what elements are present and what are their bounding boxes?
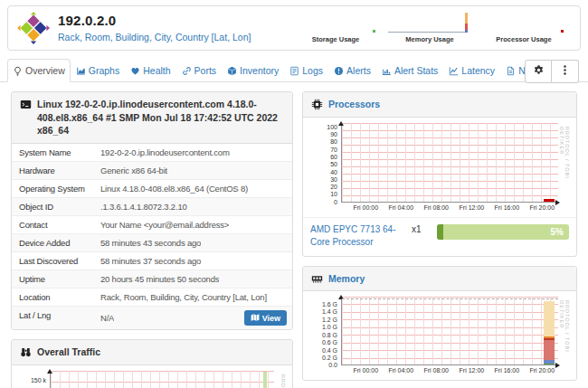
tab-label: Alert Stats [394,65,438,76]
table-row-hardware: HardwareGeneric x86 64-bit [12,161,292,179]
processors-graph[interactable]: 1009080706050403020100Fri 00:00Fri 04:00… [305,123,573,203]
row-value: .1.3.6.1.4.1.8072.3.2.10 [100,202,187,212]
sparkline [482,13,565,34]
row-value: Linux 4.18.0-408.el8.x86_64 (CentOS 8) [100,184,248,194]
y-axis-tick: 1.6 G [306,300,337,307]
alert-stats-icon [382,66,392,76]
x-axis-tick: Fri 12:00 [460,367,485,374]
memory-header: Memory [303,267,576,292]
y-axis-tick: 0.0 [306,362,337,368]
tab-overview[interactable]: Overview [7,59,71,82]
y-axis-tick: 40 [306,168,337,175]
tab-label: Graphs [89,65,119,76]
graph-bar [544,199,555,201]
processors-title: Processors [328,98,380,111]
tab-label: Overview [25,65,65,76]
minigraph-memory-usage[interactable]: Memory Usage [388,13,471,43]
rrdtool-watermark: RRDTOOL / TOBI OETIKER [559,127,570,203]
gear-icon [533,64,545,79]
row-label: Object ID [12,198,100,215]
cpu-name-link[interactable]: AMD EPYC 7713 64-Core Processor [310,223,404,250]
overall-traffic-graph[interactable]: 150 k100 k50 k0RRDTOOL / TOBI OETIKER [14,371,289,388]
more-actions-button[interactable] [552,60,579,83]
row-value: 58 minutes 37 seconds ago [100,256,201,266]
graph-bar [544,360,555,363]
y-axis-tick: 150 k [14,377,46,383]
device-overview-page: 192.0.2.0 Rack, Room, Building, City, Co… [0,5,588,388]
button-label: View [262,314,280,323]
graph-bar [263,372,267,388]
device-location-link[interactable]: Rack, Room, Building, City, Country [Lat… [58,32,251,43]
memory-graph[interactable]: 1.6 G1.4 G1.2 G1.0 G0.8 G0.6 G0.4 G0.2 G… [305,297,573,365]
x-axis-tick: Fri 08:00 [423,204,449,211]
latency-icon [449,66,459,76]
sparkline [388,13,471,34]
memory-panel: Memory 1.6 G1.4 G1.2 G1.0 G0.8 G0.6 G0.4… [302,266,577,382]
right-column: Processors 1009080706050403020100Fri 00:… [302,91,577,388]
processors-header: Processors [303,92,576,118]
logs-icon [289,66,299,76]
row-value: 192-0-2-0.ip.linodeusercontent.com [100,147,230,157]
tab-logs[interactable]: Logs [284,59,328,82]
tab-ports[interactable]: Ports [176,59,223,82]
table-row-device-added: Device Added58 minutes 43 seconds ago [12,233,292,251]
graph-max-line [342,298,558,299]
tab-label: Alerts [346,65,371,76]
tab-alert-stats[interactable]: Alert Stats [376,59,443,82]
table-row-location: LocationRack, Room, Building, City, Coun… [12,288,292,306]
y-axis-tick: 100 [306,123,337,129]
graph-bar [544,301,555,336]
row-label: Location [12,289,100,306]
cpu-usage-bar: 5% [437,224,569,240]
tab-actions [525,60,579,83]
x-axis-tick: Fri 20:00 [530,204,555,211]
settings-button[interactable] [525,60,552,83]
overall-traffic-body: 150 k100 k50 k0RRDTOOL / TOBI OETIKER [12,371,292,388]
view-location-button[interactable]: View [244,310,287,326]
memory-icon [311,273,323,286]
health-icon [130,66,140,76]
graph-plot-area: 150 k100 k50 k0 [50,371,274,388]
minigraph-processor-usage[interactable]: Processor Usage [482,13,565,43]
row-label: Hardware [12,162,100,179]
lightbulb-icon [13,66,23,76]
system-attributes-table: System Name192-0-2-0.ip.linodeuserconten… [12,144,292,329]
device-identity: 192.0.2.0 Rack, Room, Building, City, Co… [17,12,251,44]
table-row-contact: ContactYour Name <your@email.address> [12,215,292,233]
overall-traffic-header: Overall Traffic [12,340,292,365]
row-value: Rack, Room, Building, City, Country [Lat… [100,292,267,302]
row-label: Last Discovered [12,252,100,270]
alerts-icon [334,66,344,76]
tab-health[interactable]: Health [125,59,175,82]
x-axis-tick: Fri 16:00 [495,367,520,374]
row-value: Your Name <your@email.address> [100,220,229,230]
cpu-count: x1 [412,224,430,234]
system-kernel-string: Linux 192-0-2-0.ip.linodeusercontent.com… [37,98,284,137]
terminal-icon [20,99,32,137]
centos-logo-icon [17,12,50,44]
tab-alerts[interactable]: Alerts [328,59,376,82]
graph-bar [544,338,555,340]
y-axis-tick: 20 [306,184,337,190]
table-row-system-name: System Name192-0-2-0.ip.linodeuserconten… [12,144,292,161]
table-row-operating-system: Operating SystemLinux 4.18.0-408.el8.x86… [12,179,292,197]
minigraph-storage-usage[interactable]: Storage Usage [294,13,377,43]
y-axis-tick: 30 [306,175,337,182]
table-row-last-discovered: Last Discovered58 minutes 37 seconds ago [12,251,292,270]
processors-panel: Processors 1009080706050403020100Fri 00:… [302,91,577,257]
x-axis-tick: Fri 12:00 [460,204,485,211]
tab-label: Logs [302,65,323,76]
row-label: Operating System [12,180,100,197]
tab-graphs[interactable]: Graphs [71,59,125,82]
y-axis-tick: 0.8 G [306,331,337,337]
rrdtool-watermark: RRDTOOL / TOBI OETIKER [280,374,286,388]
y-axis-tick: 80 [306,138,337,145]
kebab-menu-icon [559,64,571,79]
row-value: Generic x86 64-bit [100,166,167,175]
tab-latency[interactable]: Latency [443,59,500,82]
tab-inventory[interactable]: Inventory [222,59,284,82]
minigraph-label: Memory Usage [388,35,471,43]
table-row-object-id: Object ID.1.3.6.1.4.1.8072.3.2.10 [12,197,292,215]
y-axis-tick: 0 [306,198,337,204]
processor-row: AMD EPYC 7713 64-Core Processor x1 5% [303,217,576,256]
